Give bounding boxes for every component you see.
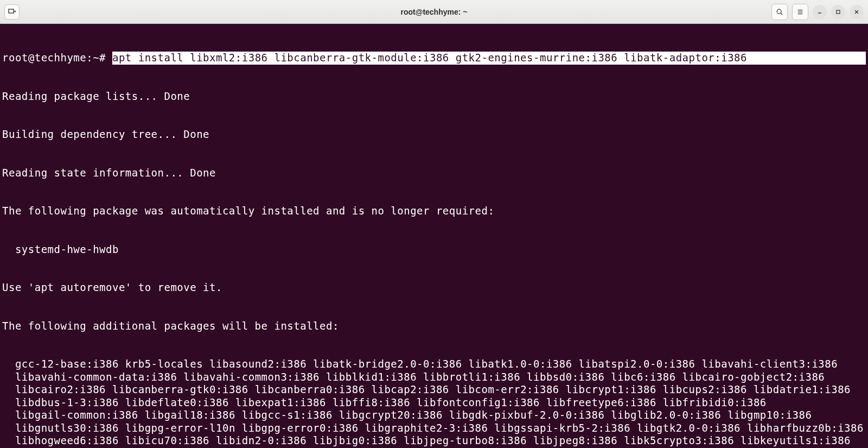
output-line: Building dependency tree... Done	[2, 128, 866, 141]
hamburger-icon	[796, 8, 804, 16]
output-line: Use 'apt autoremove' to remove it.	[2, 281, 866, 294]
new-tab-icon	[8, 8, 16, 16]
maximize-button[interactable]	[831, 5, 845, 19]
window-title: root@techhyme: ~	[401, 8, 468, 16]
minimize-icon	[817, 9, 822, 15]
close-button[interactable]	[850, 5, 864, 19]
command-text: apt install libxml2:i386 libcanberra-gtk…	[112, 52, 866, 65]
additional-packages: gcc-12-base:i386 krb5-locales libasound2…	[2, 358, 866, 448]
shell-prompt: root@techhyme:~#	[2, 52, 112, 65]
svg-rect-7	[837, 10, 840, 14]
search-button[interactable]	[771, 4, 788, 20]
new-tab-button[interactable]	[4, 4, 20, 20]
svg-rect-0	[9, 9, 14, 13]
svg-point-1	[777, 9, 781, 14]
minimize-button[interactable]	[813, 5, 827, 19]
svg-line-2	[781, 13, 782, 15]
menu-button[interactable]	[792, 4, 808, 20]
output-line: The following package was automatically …	[2, 205, 866, 218]
output-line: The following additional packages will b…	[2, 320, 866, 333]
output-line: Reading state information... Done	[2, 167, 866, 180]
terminal-output[interactable]: root@techhyme:~# apt install libxml2:i38…	[0, 24, 868, 448]
titlebar: root@techhyme: ~	[0, 0, 868, 24]
search-icon	[776, 8, 783, 16]
close-icon	[854, 9, 859, 15]
prompt-line: root@techhyme:~# apt install libxml2:i38…	[2, 52, 866, 65]
output-line: Reading package lists... Done	[2, 90, 866, 103]
output-line: systemd-hwe-hwdb	[2, 243, 866, 256]
maximize-icon	[835, 9, 841, 15]
